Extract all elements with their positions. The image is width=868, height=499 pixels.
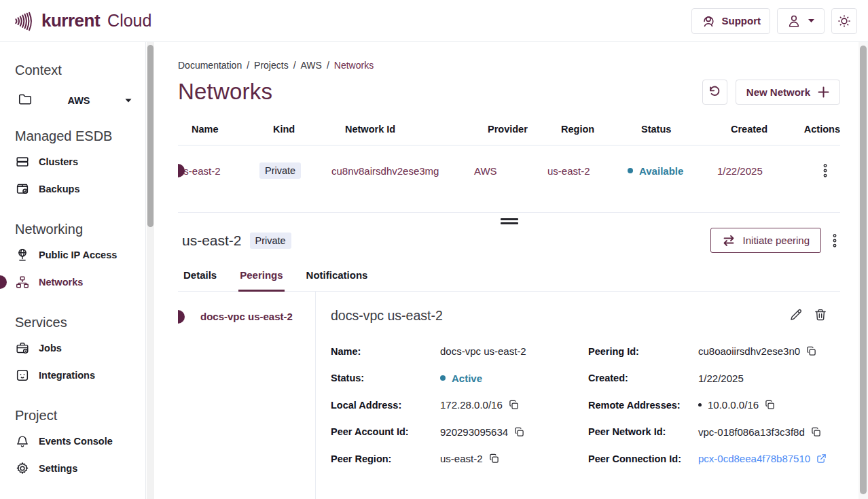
copy-icon: [806, 346, 816, 356]
sidebar-item-integrations[interactable]: Integrations: [15, 362, 139, 389]
copy-icon: [489, 453, 499, 464]
status-label: Available: [639, 165, 683, 177]
network-tree-icon: [15, 275, 30, 290]
swap-arrows-icon: [722, 235, 736, 247]
sidebar-item-label: Backups: [39, 184, 79, 194]
kebab-icon: [822, 163, 828, 178]
sidebar-item-settings[interactable]: Settings: [15, 455, 139, 482]
support-label: Support: [722, 15, 761, 27]
folder-icon: [18, 92, 33, 109]
sidebar-item-public-ip-access[interactable]: Public IP Access: [15, 241, 139, 269]
field-label-local-address: Local Address:: [331, 392, 440, 419]
sidebar-item-label: Settings: [39, 463, 77, 474]
kurrent-waves-icon: [14, 10, 35, 32]
header-actions: Support: [691, 8, 858, 34]
refresh-icon: [708, 85, 721, 99]
field-label-remote-addresses: Remote Addresses:: [588, 392, 698, 419]
trash-icon: [814, 308, 827, 322]
sidebar: Context AWS Managed ESDB Clusters: [0, 42, 146, 499]
breadcrumb-separator: /: [327, 60, 329, 71]
edit-peering-button[interactable]: [789, 308, 803, 322]
panel-divider: [178, 212, 840, 226]
sidebar-item-label: Events Console: [39, 436, 113, 447]
theme-toggle-button[interactable]: [831, 8, 857, 34]
breadcrumb-item[interactable]: Projects: [254, 60, 289, 71]
sidebar-scrollbar[interactable]: [147, 42, 154, 499]
title-row: Networks New Network: [178, 79, 840, 105]
new-network-label: New Network: [746, 86, 810, 98]
sidebar-item-label: Public IP Access: [39, 250, 117, 260]
field-value-peer-network-id: vpc-018f086a13f3c3f8d: [698, 426, 805, 438]
field-value-peer-connection-id: pcx-0cd8eea4f78b87510: [698, 453, 810, 464]
field-label-name: Name:: [331, 338, 440, 365]
sidebar-item-backups[interactable]: Backups: [15, 175, 139, 203]
sidebar-section-services: Services: [15, 315, 139, 330]
brand-name: kurrent: [41, 10, 100, 31]
delete-peering-button[interactable]: [814, 308, 827, 322]
peering-list-item[interactable]: docs-vpc us-east-2: [178, 309, 315, 324]
copy-peer-region-button[interactable]: [489, 453, 499, 464]
kind-badge: Private: [259, 162, 301, 179]
user-menu-button[interactable]: [777, 8, 825, 34]
network-actions-button[interactable]: [829, 230, 840, 251]
cell-status: Available: [628, 165, 717, 177]
sidebar-scrollbar-thumb[interactable]: [147, 45, 153, 227]
new-network-button[interactable]: New Network: [736, 80, 840, 105]
copy-local-address-button[interactable]: [509, 400, 519, 410]
column-header: Network Id: [345, 124, 488, 135]
outlet-icon: [15, 368, 30, 383]
status-dot: [628, 168, 633, 173]
field-label-status: Status:: [331, 365, 440, 392]
copy-remote-addresses-button[interactable]: [765, 400, 775, 410]
cell-region: us-east-2: [547, 165, 628, 177]
list-bullet: [698, 403, 702, 407]
cell-provider: AWS: [474, 165, 547, 177]
field-label-peer-region: Peer Region:: [331, 445, 440, 472]
support-button[interactable]: Support: [691, 8, 771, 34]
copy-peer-account-id-button[interactable]: [514, 427, 524, 437]
copy-icon: [811, 427, 821, 437]
tab-notifications[interactable]: Notifications: [305, 269, 369, 292]
breadcrumb-item[interactable]: AWS: [301, 60, 322, 71]
page-scrollbar-thumb[interactable]: [860, 46, 867, 494]
brand-logo[interactable]: kurrent Cloud: [14, 10, 151, 32]
pencil-icon: [789, 308, 803, 322]
breadcrumb-item-current: Networks: [334, 60, 374, 71]
copy-peer-network-id-button[interactable]: [811, 427, 821, 437]
row-actions-button[interactable]: [820, 160, 831, 181]
sun-icon: [837, 14, 852, 29]
resize-handle[interactable]: [501, 218, 518, 224]
refresh-button[interactable]: [702, 80, 727, 105]
field-value-status: Active: [452, 373, 482, 384]
breadcrumb-item[interactable]: Documentation: [178, 60, 242, 71]
networks-table: Name Kind Network Id Provider Region Sta…: [178, 124, 840, 196]
network-detail-header: us-east-2 Private Initiate peering: [178, 228, 840, 253]
table-row[interactable]: us-east-2 Private cu8nv8airsdhv2ese3mg A…: [178, 145, 840, 196]
clusters-icon: [15, 154, 30, 169]
copy-peering-id-button[interactable]: [806, 346, 816, 356]
peer-connection-link[interactable]: pcx-0cd8eea4f78b87510: [698, 445, 840, 472]
page-scrollbar[interactable]: [858, 42, 868, 499]
sidebar-item-events-console[interactable]: Events Console: [15, 428, 139, 455]
tab-peerings[interactable]: Peerings: [238, 269, 284, 292]
context-selector[interactable]: AWS: [18, 92, 132, 109]
tab-details[interactable]: Details: [182, 269, 218, 292]
sidebar-item-networks[interactable]: Networks: [15, 269, 139, 296]
network-kind-badge: Private: [250, 233, 291, 249]
field-value-created: 1/22/2025: [698, 373, 744, 384]
field-label-peer-network-id: Peer Network Id:: [588, 419, 698, 446]
initiate-peering-button[interactable]: Initiate peering: [710, 228, 821, 253]
external-link-icon: [816, 453, 827, 464]
sidebar-item-jobs[interactable]: Jobs: [15, 334, 139, 362]
field-label-created: Created:: [588, 365, 698, 392]
plus-icon: [818, 86, 829, 98]
field-value-local-address: 172.28.0.0/16: [440, 399, 503, 411]
peering-fields: Name: docs-vpc us-east-2 Peering Id: cu8…: [331, 338, 840, 472]
sidebar-item-label: Jobs: [39, 343, 62, 354]
copy-icon: [514, 427, 524, 437]
sidebar-item-clusters[interactable]: Clusters: [15, 148, 139, 175]
status-dot: [440, 375, 446, 381]
breadcrumb: Documentation/Projects/AWS/Networks: [178, 60, 840, 71]
cell-network-id: cu8nv8airsdhv2ese3mg: [331, 165, 474, 177]
field-label-peer-account-id: Peer Account Id:: [331, 419, 440, 446]
